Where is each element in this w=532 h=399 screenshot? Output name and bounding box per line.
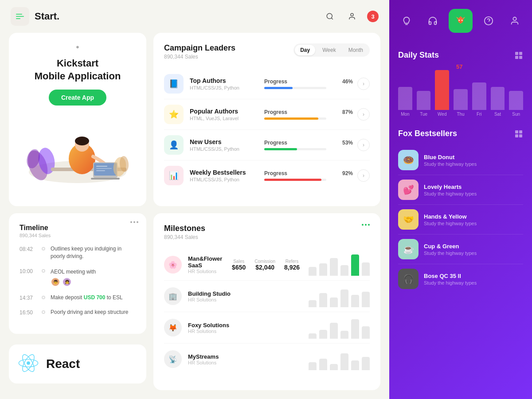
ms-icon-3: 🦊 [164, 319, 182, 336]
svg-point-19 [27, 361, 30, 365]
row-arrow-2[interactable]: › [357, 108, 370, 121]
ms-sub-2: HR Solutions [188, 297, 244, 302]
left-bottom: Timeline 890,344 Sales 08:42 Outlines ke… [9, 213, 146, 390]
tab-day[interactable]: Day [295, 45, 315, 55]
timeline-menu[interactable] [130, 221, 138, 223]
ms-commission-label: Comission [254, 259, 275, 264]
react-label: React [46, 357, 80, 371]
milestones-menu[interactable] [362, 224, 370, 226]
grid-icon-2[interactable] [515, 130, 523, 137]
progress-bar-bg-4 [264, 179, 326, 181]
header-right: 3 [323, 9, 379, 23]
progress-bar-fill-1 [264, 87, 293, 89]
progress-bar-fill-3 [264, 148, 297, 150]
bestseller-item-5[interactable]: 🎧 Bose QC 35 II Study the highway types [398, 264, 523, 293]
bs-sub-1: Study the highway types [424, 161, 523, 167]
tl-text-4: Poorly driving and keep structure [51, 309, 128, 316]
progress-label-1: Progress 46% [264, 78, 353, 85]
react-badge: React [9, 344, 146, 383]
progress-bar-fill-4 [264, 179, 321, 181]
row-name-2: Popular Authors [190, 108, 264, 115]
ms-name-4: MyStreams [188, 353, 244, 360]
bs-info-1: Blue Donut Study the highway types [424, 154, 523, 167]
bar-label-thu: Thu [457, 112, 464, 117]
row-icon-3: 👤 [164, 135, 184, 155]
row-arrow-3[interactable]: › [357, 139, 370, 151]
progress-label-3: Progress 53% [264, 140, 353, 146]
ms-sales-label: Sales [232, 259, 246, 264]
kickstart-card: ● Kickstart Mobile Application Create Ap… [9, 33, 146, 206]
row-progress-3: Progress 53% [264, 140, 353, 150]
ms-name-2: Building Studio [188, 290, 244, 297]
bar-col-tue [417, 91, 431, 110]
bs-sub-5: Study the highway types [424, 280, 523, 286]
fox-bestsellers-title: Fox Bestsellers [398, 129, 457, 138]
notification-badge[interactable]: 3 [367, 11, 379, 22]
ms-chart-4 [309, 348, 370, 370]
row-arrow-4[interactable]: › [357, 169, 370, 182]
row-arrow-1[interactable]: › [357, 78, 370, 90]
ms-chart [309, 254, 370, 276]
bs-info-3: Hands & Yellow Study the highway types [424, 213, 523, 226]
row-name-3: New Users [190, 138, 264, 145]
right-sidebar: Daily Stats 57 MonTueWedThuFriSatSun Fox… [389, 0, 532, 399]
progress-label-2: Progress 87% [264, 109, 353, 115]
bs-thumb-2: 💕 [398, 180, 419, 200]
nav-user-icon[interactable] [505, 11, 524, 31]
bestseller-list: 🍩 Blue Donut Study the highway types 💕 L… [398, 145, 523, 293]
milestones-title: Milestones [164, 224, 205, 233]
timeline-card: Timeline 890,344 Sales 08:42 Outlines ke… [9, 213, 146, 334]
campaign-title: Campaign Leaders [164, 43, 235, 53]
bestseller-item-2[interactable]: 💕 Lovely Hearts Study the highway types [398, 175, 523, 205]
bar-item-tue: Tue [417, 91, 431, 117]
bs-thumb-4: ☕ [398, 239, 419, 259]
bs-name-5: Bose QC 35 II [424, 273, 523, 279]
milestones-subtitle: 890,344 Sales [164, 234, 205, 240]
ms-refers-label: Refers [284, 259, 300, 264]
grid-icon[interactable] [515, 52, 523, 59]
campaign-row-3: 👤 New Users HTML/CSS/JS, Python Progress… [164, 130, 370, 160]
bestseller-item-1[interactable]: 🍩 Blue Donut Study the highway types [398, 145, 523, 175]
content-grid: ● Kickstart Mobile Application Create Ap… [0, 33, 389, 399]
bs-name-1: Blue Donut [424, 154, 523, 160]
bar-item-sat: Sat [491, 87, 505, 117]
tab-month[interactable]: Month [343, 45, 368, 55]
campaign-rows: 📘 Top Authors HTML/CSS/JS, Python Progre… [164, 69, 370, 191]
campaign-row-1: 📘 Top Authors HTML/CSS/JS, Python Progre… [164, 69, 370, 99]
bestseller-item-4[interactable]: ☕ Cup & Green Study the highway types [398, 235, 523, 264]
campaign-card: Campaign Leaders 890,344 Sales Day Week … [153, 33, 380, 206]
bs-sub-3: Study the highway types [424, 221, 523, 226]
timeline-subtitle: 890,344 Sales [20, 233, 136, 238]
user-icon[interactable] [345, 9, 359, 23]
bar-col-sat [491, 87, 505, 110]
bar-item-thu: Thu [454, 89, 468, 117]
tab-week[interactable]: Week [317, 45, 341, 55]
ms-chart-3 [309, 317, 370, 339]
bs-name-2: Lovely Hearts [424, 184, 523, 190]
nav-question-icon[interactable] [479, 11, 498, 31]
bs-name-4: Cup & Green [424, 243, 523, 250]
nav-headset-icon[interactable] [423, 11, 442, 31]
ms-icon-2: 🏢 [164, 287, 182, 305]
tl-text-1: Outlines keep you indulging in poorly dr… [51, 245, 136, 260]
bar-label-tue: Tue [420, 112, 427, 117]
bs-name-3: Hands & Yellow [424, 213, 523, 220]
kickstart-title: Kickstart Mobile Application [35, 57, 121, 82]
row-name-4: Weekly Bestsellers [190, 169, 264, 176]
ms-icon-1: 🌸 [164, 256, 182, 274]
search-icon[interactable] [323, 9, 337, 23]
bar-chart-container: 57 MonTueWedThuFriSatSun [398, 67, 523, 120]
create-app-button[interactable]: Create App [49, 90, 106, 106]
bs-info-4: Cup & Green Study the highway types [424, 243, 523, 256]
row-info-2: Popular Authors HTML, VueJS, Laravel [190, 108, 264, 121]
ms-sub-3: HR Solutions [188, 329, 244, 334]
row-icon-1: 📘 [164, 74, 184, 94]
tl-text-3: Make deposit USD 700 to ESL [51, 294, 123, 301]
progress-bar-bg-1 [264, 87, 326, 89]
avatar-1: 👦 [51, 277, 60, 287]
tl-text-2: AEOL meeting with [51, 269, 96, 275]
nav-bulb-icon[interactable] [397, 11, 416, 31]
bestseller-item-3[interactable]: 🤝 Hands & Yellow Study the highway types [398, 205, 523, 235]
nav-fox-icon[interactable] [449, 9, 473, 33]
row-tech-3: HTML/CSS/JS, Python [190, 146, 264, 152]
